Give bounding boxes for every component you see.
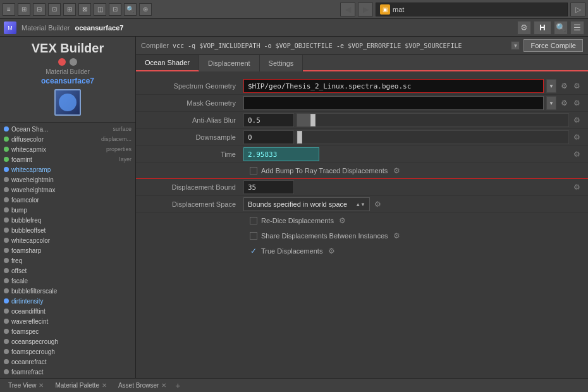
true-displacements-check[interactable]: ✓ — [250, 247, 257, 255]
downsample-input[interactable] — [243, 130, 294, 144]
toolbar-icon-2[interactable]: ⊞ — [18, 3, 30, 16]
spectrum-geometry-dropdown[interactable]: ▼ — [546, 79, 556, 93]
forward-button[interactable]: ▶ — [358, 3, 373, 16]
top-toolbar: ≡ ⊞ ⊟ ⊡ ⊞ ⊠ ◫ ⊡ 🔍 ⊛ ◀ ▶ ▣ mat ▷ — [0, 0, 588, 19]
list-item[interactable]: wavereflecint — [0, 316, 135, 326]
toolbar-icon-10[interactable]: ⊛ — [139, 3, 152, 16]
downsample-gear[interactable]: ⚙ — [572, 132, 582, 142]
list-item[interactable]: waveheightmin — [0, 175, 135, 185]
back-button[interactable]: ◀ — [340, 3, 355, 16]
list-item[interactable]: dirtintensity — [0, 296, 135, 306]
search-button[interactable]: 🔍 — [554, 21, 568, 35]
tree-view-close-button[interactable]: ✕ — [39, 382, 44, 389]
tab-ocean-shader[interactable]: Ocean Shader — [136, 55, 199, 71]
add-bump-gear[interactable]: ⚙ — [391, 166, 401, 176]
list-item[interactable]: oceanrefract — [0, 357, 135, 367]
true-displacements-gear[interactable]: ⚙ — [326, 246, 336, 256]
list-item[interactable]: bubblefreq — [0, 215, 135, 225]
displacement-bound-input[interactable] — [243, 180, 294, 194]
mask-geometry-dropdown[interactable]: ▼ — [546, 96, 556, 110]
list-item[interactable]: foamspecrough — [0, 346, 135, 357]
node-icon — [4, 339, 9, 344]
bottom-tab-material-palette[interactable]: Material Palette ✕ — [49, 379, 112, 392]
toolbar-icon-4[interactable]: ⊡ — [48, 3, 61, 16]
list-item[interactable]: whitecapcolor — [0, 235, 135, 245]
list-item[interactable]: waveheightmax — [0, 185, 135, 195]
list-item[interactable]: oceanspecrough — [0, 336, 135, 346]
node-icon — [4, 329, 9, 334]
list-item[interactable]: foamrefract — [0, 367, 135, 377]
node-icon — [4, 167, 9, 172]
add-tab-button[interactable]: + — [172, 380, 183, 391]
compiler-label: Compiler — [141, 42, 169, 49]
share-displacements-row: Share Displacements Between Instances ⚙ — [136, 228, 588, 243]
spectrum-geometry-gear2[interactable]: ⚙ — [572, 81, 582, 91]
re-dice-row: Re-Dice Displacements ⚙ — [136, 213, 588, 228]
toolbar-icon-9[interactable]: 🔍 — [124, 3, 137, 16]
list-item[interactable]: oceanrefractrough — [0, 377, 135, 378]
path-end-button[interactable]: ▷ — [570, 3, 585, 16]
spectrum-geometry-row: Spectrum Geometry ▼ ⚙ ⚙ — [136, 78, 588, 95]
sidebar-mat-name: oceansurface7 — [5, 77, 130, 85]
displacement-bound-gear[interactable]: ⚙ — [572, 182, 582, 192]
list-item[interactable]: bubblefilterscale — [0, 286, 135, 296]
list-item[interactable]: foamint layer — [0, 154, 135, 164]
list-item[interactable]: diffusecolor displacem... — [0, 134, 135, 144]
bottom-tab-tree-view[interactable]: Tree View ✕ — [3, 379, 49, 392]
material-palette-close-button[interactable]: ✕ — [102, 382, 107, 389]
mask-geometry-gear2[interactable]: ⚙ — [572, 98, 582, 108]
toolbar-icon-6[interactable]: ⊠ — [78, 3, 91, 16]
toolbar-icon-3[interactable]: ⊟ — [33, 3, 46, 16]
displacement-space-select[interactable]: Bounds specified in world space ▲▼ — [243, 197, 370, 211]
toolbar-icon-8[interactable]: ⊡ — [109, 3, 121, 16]
add-bump-label: Add Bump To Ray Traced Displacements — [261, 167, 388, 175]
time-gear[interactable]: ⚙ — [572, 149, 582, 159]
list-item[interactable]: bump — [0, 205, 135, 215]
list-item[interactable]: fscale — [0, 276, 135, 286]
list-item[interactable]: foamspec — [0, 326, 135, 336]
list-item[interactable]: foamcolor — [0, 195, 135, 205]
settings-gear-button[interactable]: ⚙ — [517, 21, 531, 35]
list-item[interactable]: whitecapmix properties — [0, 144, 135, 154]
bottom-tab-asset-browser[interactable]: Asset Browser ✕ — [113, 379, 172, 392]
node-icon — [4, 197, 9, 202]
compiler-row: Compiler vcc -q $VOP_INCLUDEPATH -o $VOP… — [136, 37, 588, 55]
anti-alias-blur-slider[interactable] — [297, 113, 569, 127]
list-item[interactable]: freq — [0, 255, 135, 266]
spectrum-geometry-gear[interactable]: ⚙ — [559, 81, 569, 91]
anti-alias-blur-input[interactable] — [243, 113, 294, 127]
compiler-dropdown[interactable]: ▼ — [511, 41, 520, 50]
list-item[interactable]: foamsharp — [0, 245, 135, 255]
tab-settings[interactable]: Settings — [260, 55, 303, 71]
downsample-slider[interactable] — [297, 130, 569, 144]
toolbar-icon-7[interactable]: ◫ — [94, 3, 106, 16]
list-item[interactable]: whitecapramp — [0, 164, 135, 175]
list-item[interactable]: offset — [0, 266, 135, 276]
time-input[interactable] — [243, 147, 319, 161]
re-dice-checkbox[interactable] — [250, 217, 257, 224]
share-displacements-checkbox[interactable] — [250, 232, 257, 240]
tab-displacement[interactable]: Displacement — [199, 55, 260, 71]
anti-alias-gear[interactable]: ⚙ — [572, 115, 582, 125]
node-icon — [4, 298, 9, 303]
mask-geometry-gear[interactable]: ⚙ — [559, 98, 569, 108]
displacement-bound-row: Displacement Bound ⚙ — [136, 179, 588, 196]
list-item[interactable]: bubbleoffset — [0, 225, 135, 235]
re-dice-gear[interactable]: ⚙ — [338, 216, 348, 226]
displacement-space-gear[interactable]: ⚙ — [372, 199, 383, 209]
share-displacements-gear[interactable]: ⚙ — [392, 231, 402, 241]
list-item[interactable]: oceandifftint — [0, 306, 135, 316]
asset-browser-close-button[interactable]: ✕ — [161, 382, 166, 389]
options-button[interactable]: ☰ — [570, 21, 584, 35]
add-bump-row: Add Bump To Ray Traced Displacements ⚙ — [136, 163, 588, 178]
bottom-tab-bar: Tree View ✕ Material Palette ✕ Asset Bro… — [0, 378, 588, 392]
node-icon — [4, 288, 9, 293]
add-bump-checkbox[interactable] — [250, 167, 257, 175]
toolbar-icon-1[interactable]: ≡ — [3, 3, 15, 16]
list-item[interactable]: Ocean Sha... surface — [0, 124, 135, 134]
toolbar-icon-5[interactable]: ⊞ — [63, 3, 76, 16]
h-button[interactable]: H — [534, 21, 551, 35]
force-compile-button[interactable]: Force Compile — [524, 39, 583, 52]
spectrum-geometry-input[interactable] — [243, 79, 544, 93]
mask-geometry-input[interactable] — [243, 96, 544, 110]
